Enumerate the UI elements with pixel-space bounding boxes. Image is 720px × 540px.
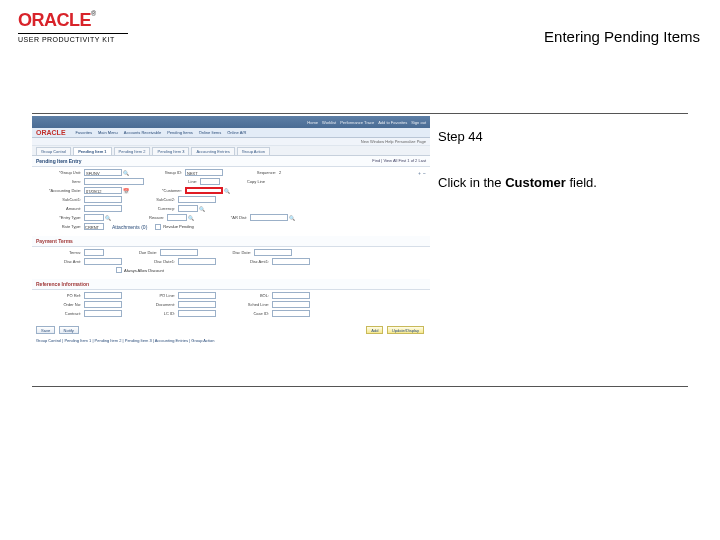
revalue-pending-checkbox[interactable] — [155, 224, 161, 230]
tab-group-action[interactable]: Group Action — [237, 147, 270, 155]
topbar-link[interactable]: Home — [307, 120, 318, 125]
contract-input[interactable] — [84, 310, 122, 317]
acct-date-input[interactable]: 07/09/12 — [84, 187, 122, 194]
label-po-line: PO Line: — [130, 293, 178, 298]
save-button[interactable]: Save — [36, 326, 55, 334]
lookup-icon[interactable]: 🔍 — [289, 215, 295, 221]
menu-item[interactable]: Favorites — [76, 130, 92, 135]
add-row-icon[interactable]: ＋ − — [417, 170, 426, 176]
topbar-link[interactable]: Add to Favorites — [378, 120, 407, 125]
terms-input[interactable] — [84, 249, 104, 256]
lookup-icon[interactable]: 🔍 — [123, 170, 129, 176]
document-input[interactable] — [178, 301, 216, 308]
customer-input[interactable] — [185, 187, 223, 194]
currency-input[interactable] — [178, 205, 198, 212]
oracle-wordmark: ORACLE® — [18, 10, 128, 31]
lookup-icon[interactable]: 🔍 — [199, 206, 205, 212]
group-id-value: NEXT — [186, 171, 198, 176]
menu-item[interactable]: Main Menu — [98, 130, 118, 135]
case-id-input[interactable] — [272, 310, 310, 317]
menu-item[interactable]: Online A/R — [227, 130, 246, 135]
document-title: Entering Pending Items — [544, 28, 700, 45]
lookup-icon[interactable]: 🔍 — [105, 215, 111, 221]
instruction-panel: Step 44 Click in the Customer field. — [438, 128, 597, 192]
topbar-link[interactable]: Worklist — [322, 120, 336, 125]
label-item: Item: — [36, 179, 84, 184]
menu-item[interactable]: Accounts Receivable — [124, 130, 161, 135]
label-sequence: Sequence: — [231, 170, 279, 175]
item-input[interactable] — [84, 178, 144, 185]
label-copy-line: Copy Line — [228, 179, 268, 184]
rate-type-value: CRRNT — [85, 225, 99, 230]
group-id-input[interactable]: NEXT — [185, 169, 223, 176]
sched-line-input[interactable] — [272, 301, 310, 308]
subcust2-input[interactable] — [178, 196, 216, 203]
label-customer: *Customer: — [137, 188, 185, 193]
screenshot-top-rule — [32, 113, 688, 114]
label-disc-amt1: Disc Amt1: — [224, 259, 272, 264]
section-payment-terms: Payment Terms — [32, 236, 430, 247]
group-unit-value: SFUNV — [85, 171, 100, 176]
instruction-text: Click in the Customer field. — [438, 174, 597, 192]
allow-discount-checkbox[interactable] — [116, 267, 122, 273]
disc-amt-input[interactable] — [84, 258, 122, 265]
attachments-link[interactable]: Attachments (0) — [112, 224, 147, 230]
disc-date1-input[interactable] — [178, 258, 216, 265]
label-reason: Reason: — [119, 215, 167, 220]
label-order-no: Order No: — [36, 302, 84, 307]
reason-input[interactable] — [167, 214, 187, 221]
topbar-link[interactable]: Performance Trace — [340, 120, 374, 125]
rate-type-input[interactable]: CRRNT — [84, 223, 104, 230]
label-document: Document: — [130, 302, 178, 307]
label-entry-type: *Entry Type: — [36, 215, 84, 220]
app-screenshot: Home Worklist Performance Trace Add to F… — [32, 116, 430, 384]
ar-dist-input[interactable] — [250, 214, 288, 221]
tab-pending-item-1[interactable]: Pending Item 1 — [73, 147, 111, 155]
tab-group-control[interactable]: Group Control — [36, 147, 71, 155]
menu-item[interactable]: Pending Items — [167, 130, 193, 135]
page-utilities[interactable]: New Window Help Personalize Page — [32, 138, 430, 146]
label-line: Line: — [152, 179, 200, 184]
instruction-post: field. — [566, 175, 597, 190]
menu-item[interactable]: Online Items — [199, 130, 221, 135]
screenshot-bottom-rule — [32, 386, 688, 387]
calendar-icon[interactable]: 📅 — [123, 188, 129, 194]
label-allow-discount: Always Allow Discount — [124, 268, 164, 273]
instruction-target: Customer — [505, 175, 566, 190]
disc-date-input[interactable] — [254, 249, 292, 256]
bol-input[interactable] — [272, 292, 310, 299]
tab-pending-item-2[interactable]: Pending Item 2 — [114, 147, 151, 155]
subcust1-input[interactable] — [84, 196, 122, 203]
bottom-tab-links[interactable]: Group Control | Pending Item 1 | Pending… — [32, 337, 430, 346]
label-lc-id: LC ID: — [130, 311, 178, 316]
label-ar-dist: *AR Dist: — [202, 215, 250, 220]
record-nav-tools[interactable]: Find | View All First 1 of 2 Last — [372, 158, 426, 163]
app-brand: ORACLE — [36, 129, 66, 136]
lookup-icon[interactable]: 🔍 — [188, 215, 194, 221]
order-no-input[interactable] — [84, 301, 122, 308]
step-number: Step 44 — [438, 128, 597, 146]
instruction-pre: Click in the — [438, 175, 505, 190]
po-line-input[interactable] — [178, 292, 216, 299]
entry-type-input[interactable] — [84, 214, 104, 221]
line-input[interactable] — [200, 178, 220, 185]
label-po-ref: PO Ref: — [36, 293, 84, 298]
group-unit-input[interactable]: SFUNV — [84, 169, 122, 176]
topbar-link[interactable]: Sign out — [411, 120, 426, 125]
tab-accounting-entries[interactable]: Accounting Entries — [191, 147, 234, 155]
payment-terms-form: Terms: Due Date: Disc Date: Disc Amt: Di… — [32, 247, 430, 279]
tab-pending-item-3[interactable]: Pending Item 3 — [152, 147, 189, 155]
due-date-input[interactable] — [160, 249, 198, 256]
sequence-value: 2 — [279, 170, 299, 175]
disc-amt1-input[interactable] — [272, 258, 310, 265]
update-display-button[interactable]: Update/Display — [387, 326, 424, 334]
po-ref-input[interactable] — [84, 292, 122, 299]
add-button[interactable]: Add — [366, 326, 383, 334]
upk-subtitle: USER PRODUCTIVITY KIT — [18, 36, 128, 43]
global-topbar: Home Worklist Performance Trace Add to F… — [32, 116, 430, 128]
lookup-icon[interactable]: 🔍 — [224, 188, 230, 194]
amount-input[interactable] — [84, 205, 122, 212]
notify-button[interactable]: Notify — [59, 326, 79, 334]
brand-text: ORACLE — [18, 10, 91, 30]
lc-id-input[interactable] — [178, 310, 216, 317]
